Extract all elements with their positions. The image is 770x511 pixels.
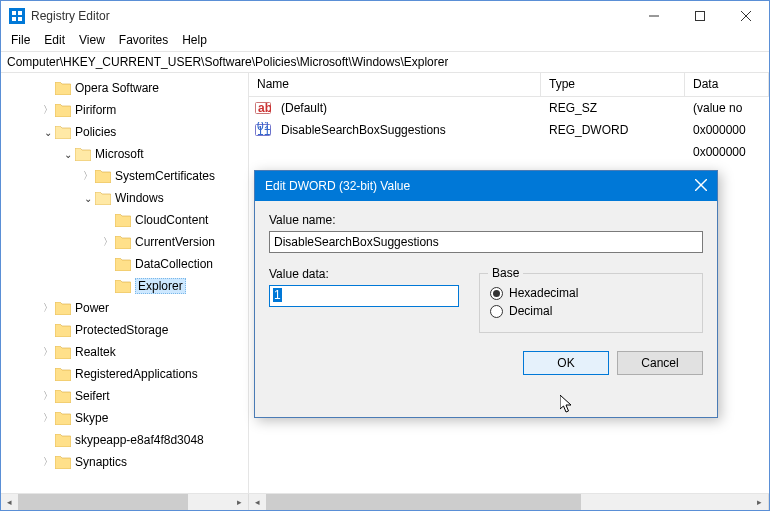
value-name-label: Value name: bbox=[269, 213, 703, 227]
expand-icon[interactable] bbox=[101, 281, 115, 292]
tree-item[interactable]: ProtectedStorage bbox=[1, 319, 248, 341]
value-name-input[interactable] bbox=[269, 231, 703, 253]
folder-icon bbox=[55, 412, 71, 425]
menu-view[interactable]: View bbox=[73, 31, 111, 51]
scroll-right-button[interactable]: ▸ bbox=[231, 494, 248, 510]
tree-item-label: Explorer bbox=[135, 278, 186, 294]
address-bar[interactable]: Computer\HKEY_CURRENT_USER\Software\Poli… bbox=[1, 51, 769, 73]
menu-file[interactable]: File bbox=[5, 31, 36, 51]
maximize-button[interactable] bbox=[677, 1, 723, 31]
column-name[interactable]: Name bbox=[249, 73, 541, 96]
tree-item[interactable]: ⌄Policies bbox=[1, 121, 248, 143]
tree-item[interactable]: 〉Piriform bbox=[1, 99, 248, 121]
edit-dword-dialog: Edit DWORD (32-bit) Value Value name: Va… bbox=[254, 170, 718, 418]
tree-pane[interactable]: Opera Software〉Piriform⌄Policies⌄Microso… bbox=[1, 73, 249, 493]
value-icon: ab bbox=[255, 100, 271, 116]
tree-item-label: Synaptics bbox=[75, 455, 127, 469]
chevron-right-icon[interactable]: 〉 bbox=[41, 411, 55, 425]
expand-icon[interactable] bbox=[101, 215, 115, 226]
tree-item[interactable]: 〉Realtek bbox=[1, 341, 248, 363]
cell-type: REG_DWORD bbox=[541, 123, 685, 137]
app-icon bbox=[9, 8, 25, 24]
list-row[interactable]: 011110DisableSearchBoxSuggestionsREG_DWO… bbox=[249, 119, 769, 141]
list-row[interactable]: ab(Default)REG_SZ(value no bbox=[249, 97, 769, 119]
expand-icon[interactable] bbox=[101, 259, 115, 270]
chevron-right-icon[interactable]: 〉 bbox=[41, 301, 55, 315]
radio-hex-label: Hexadecimal bbox=[509, 286, 578, 300]
value-data-input[interactable]: 1 bbox=[269, 285, 459, 307]
tree-item[interactable]: skypeapp-e8af4f8d3048 bbox=[1, 429, 248, 451]
chevron-right-icon[interactable]: 〉 bbox=[41, 455, 55, 469]
folder-icon bbox=[55, 82, 71, 95]
folder-icon bbox=[55, 456, 71, 469]
radio-hexadecimal[interactable]: Hexadecimal bbox=[490, 286, 692, 300]
ok-button[interactable]: OK bbox=[523, 351, 609, 375]
list-row[interactable]: 0x000000 bbox=[249, 141, 769, 163]
menu-favorites[interactable]: Favorites bbox=[113, 31, 174, 51]
expand-icon[interactable] bbox=[41, 435, 55, 446]
scroll-left-button[interactable]: ◂ bbox=[249, 494, 266, 510]
close-button[interactable] bbox=[723, 1, 769, 31]
chevron-right-icon[interactable]: 〉 bbox=[81, 169, 95, 183]
address-path: Computer\HKEY_CURRENT_USER\Software\Poli… bbox=[7, 55, 448, 69]
expand-icon[interactable] bbox=[41, 369, 55, 380]
value-data-label: Value data: bbox=[269, 267, 459, 281]
folder-icon bbox=[115, 258, 131, 271]
tree-item[interactable]: 〉Synaptics bbox=[1, 451, 248, 473]
tree-item[interactable]: 〉SystemCertificates bbox=[1, 165, 248, 187]
tree-item[interactable]: Opera Software bbox=[1, 77, 248, 99]
minimize-button[interactable] bbox=[631, 1, 677, 31]
tree-item[interactable]: 〉Skype bbox=[1, 407, 248, 429]
folder-icon bbox=[55, 434, 71, 447]
folder-icon bbox=[55, 346, 71, 359]
scroll-track[interactable] bbox=[18, 494, 231, 510]
scroll-right-button[interactable]: ▸ bbox=[751, 494, 768, 510]
base-group: Base Hexadecimal Decimal bbox=[479, 273, 703, 333]
chevron-down-icon[interactable]: ⌄ bbox=[81, 193, 95, 204]
menu-help[interactable]: Help bbox=[176, 31, 213, 51]
column-data[interactable]: Data bbox=[685, 73, 769, 96]
svg-rect-2 bbox=[12, 17, 16, 21]
tree-item[interactable]: ⌄Microsoft bbox=[1, 143, 248, 165]
radio-dec-label: Decimal bbox=[509, 304, 552, 318]
dialog-close-button[interactable] bbox=[667, 179, 707, 194]
radio-decimal[interactable]: Decimal bbox=[490, 304, 692, 318]
tree-item[interactable]: 〉Power bbox=[1, 297, 248, 319]
radio-dot-icon bbox=[490, 305, 503, 318]
tree-item-label: RegisteredApplications bbox=[75, 367, 198, 381]
tree-item[interactable]: 〉CurrentVersion bbox=[1, 231, 248, 253]
tree-item-label: Microsoft bbox=[95, 147, 144, 161]
value-icon: 011110 bbox=[255, 122, 271, 138]
cell-name: (Default) bbox=[273, 101, 335, 115]
tree-item-label: Skype bbox=[75, 411, 108, 425]
cell-data: (value no bbox=[685, 101, 769, 115]
tree-item-label: skypeapp-e8af4f8d3048 bbox=[75, 433, 204, 447]
dialog-titlebar[interactable]: Edit DWORD (32-bit) Value bbox=[255, 171, 717, 201]
expand-icon[interactable] bbox=[41, 325, 55, 336]
folder-icon bbox=[115, 280, 131, 293]
chevron-right-icon[interactable]: 〉 bbox=[41, 389, 55, 403]
menubar: File Edit View Favorites Help bbox=[1, 31, 769, 51]
chevron-right-icon[interactable]: 〉 bbox=[41, 345, 55, 359]
expand-icon[interactable] bbox=[41, 83, 55, 94]
folder-icon bbox=[75, 148, 91, 161]
column-type[interactable]: Type bbox=[541, 73, 685, 96]
svg-rect-3 bbox=[18, 17, 22, 21]
tree-item[interactable]: 〉Seifert bbox=[1, 385, 248, 407]
tree-item[interactable]: RegisteredApplications bbox=[1, 363, 248, 385]
menu-edit[interactable]: Edit bbox=[38, 31, 71, 51]
folder-icon bbox=[55, 368, 71, 381]
chevron-right-icon[interactable]: 〉 bbox=[41, 103, 55, 117]
scroll-left-button[interactable]: ◂ bbox=[1, 494, 18, 510]
chevron-down-icon[interactable]: ⌄ bbox=[61, 149, 75, 160]
tree-item[interactable]: ⌄Windows bbox=[1, 187, 248, 209]
tree-item[interactable]: Explorer bbox=[1, 275, 248, 297]
chevron-down-icon[interactable]: ⌄ bbox=[41, 127, 55, 138]
tree-item[interactable]: CloudContent bbox=[1, 209, 248, 231]
chevron-right-icon[interactable]: 〉 bbox=[101, 235, 115, 249]
tree-item[interactable]: DataCollection bbox=[1, 253, 248, 275]
cancel-button[interactable]: Cancel bbox=[617, 351, 703, 375]
scroll-track[interactable] bbox=[266, 494, 751, 510]
folder-icon bbox=[95, 192, 111, 205]
tree-item-label: Power bbox=[75, 301, 109, 315]
